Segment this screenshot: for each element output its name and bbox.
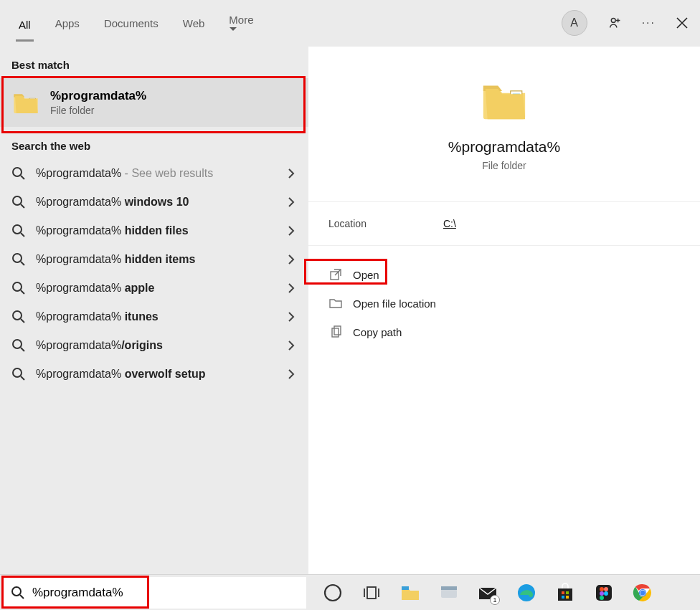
edge-icon[interactable]	[516, 582, 537, 604]
tab-web[interactable]: Web	[180, 13, 208, 34]
svg-rect-23	[441, 589, 457, 598]
search-icon	[11, 281, 26, 295]
svg-point-41	[640, 590, 645, 595]
search-icon	[11, 310, 26, 324]
best-match-result[interactable]: %programdata% File folder	[0, 78, 308, 127]
svg-rect-29	[566, 591, 569, 594]
folder-open-icon	[328, 296, 343, 310]
chevron-right-icon	[285, 311, 297, 323]
main-container: Best match %programdata% File folder Sea…	[0, 46, 700, 574]
copy-path-label: Copy path	[353, 326, 402, 338]
user-avatar[interactable]: A	[562, 10, 587, 36]
search-icon	[11, 166, 26, 181]
search-box[interactable]: %programdata%	[2, 577, 306, 609]
search-icon	[11, 195, 26, 209]
suggestion-text: %programdata% - See web results	[36, 167, 275, 180]
taskbar-icons: 1	[306, 582, 700, 604]
svg-point-6	[13, 282, 22, 291]
file-explorer-icon[interactable]	[399, 582, 421, 604]
chrome-icon[interactable]	[632, 582, 653, 604]
more-options-icon[interactable]: ···	[642, 16, 656, 29]
figma-icon[interactable]	[593, 582, 615, 604]
location-value[interactable]: C:\	[443, 218, 456, 229]
chevron-right-icon	[285, 368, 297, 380]
results-panel: Best match %programdata% File folder Sea…	[0, 46, 308, 574]
svg-point-35	[600, 591, 604, 596]
suggestion-text: %programdata% hidden files	[36, 224, 275, 237]
mail-badge: 1	[490, 595, 500, 605]
close-button[interactable]	[676, 16, 689, 29]
svg-rect-30	[562, 596, 564, 599]
suggestion-text: %programdata% overwolf setup	[36, 368, 275, 381]
search-icon	[11, 338, 26, 353]
open-file-location-label: Open file location	[353, 297, 436, 310]
store-icon[interactable]	[554, 582, 576, 604]
folder-icon	[11, 88, 40, 117]
copy-path-action[interactable]: Copy path	[308, 318, 700, 346]
search-icon	[11, 367, 26, 381]
top-tabs-bar: All Apps Documents Web More A ···	[0, 0, 700, 46]
svg-point-18	[325, 585, 341, 601]
tab-more[interactable]: More	[226, 9, 259, 37]
svg-point-3	[13, 196, 22, 205]
copy-icon	[328, 325, 343, 339]
svg-point-0	[611, 18, 615, 22]
svg-point-5	[13, 254, 22, 262]
chevron-right-icon	[285, 168, 297, 179]
svg-point-34	[604, 587, 608, 591]
svg-rect-16	[334, 326, 341, 335]
feedback-icon[interactable]	[607, 16, 622, 30]
suggestion-item[interactable]: %programdata% hidden files	[0, 216, 308, 245]
suggestion-text: %programdata% apple	[36, 282, 275, 295]
tab-all[interactable]: All	[16, 14, 34, 42]
app-icon[interactable]	[438, 582, 460, 604]
svg-rect-32	[596, 585, 612, 601]
chevron-right-icon	[285, 340, 297, 351]
suggestion-item[interactable]: %programdata% apple	[0, 274, 308, 302]
tab-apps[interactable]: Apps	[52, 13, 82, 34]
best-match-text: %programdata% File folder	[50, 89, 146, 116]
best-match-header: Best match	[0, 46, 308, 78]
open-label: Open	[353, 269, 379, 281]
svg-rect-15	[332, 328, 339, 337]
open-action[interactable]: Open	[308, 260, 700, 289]
search-icon	[11, 224, 26, 238]
svg-rect-31	[566, 596, 569, 599]
preview-title: %programdata%	[323, 138, 686, 156]
suggestion-item[interactable]: %programdata%/origins	[0, 331, 308, 360]
svg-point-36	[604, 591, 608, 596]
cortana-icon[interactable]	[322, 582, 344, 604]
svg-point-7	[13, 311, 22, 320]
suggestion-item[interactable]: %programdata% - See web results	[0, 159, 308, 188]
chevron-right-icon	[285, 254, 297, 265]
top-right-controls: A ···	[562, 10, 689, 36]
task-view-icon[interactable]	[361, 582, 382, 604]
suggestion-text: %programdata% itunes	[36, 310, 275, 323]
suggestion-text: %programdata% hidden items	[36, 253, 275, 266]
chevron-right-icon	[285, 225, 297, 237]
svg-point-2	[13, 168, 22, 176]
location-row: Location C:\	[308, 201, 700, 246]
tab-documents[interactable]: Documents	[101, 13, 161, 34]
svg-point-17	[12, 587, 21, 596]
preview-subtitle: File folder	[323, 160, 686, 171]
suggestion-item[interactable]: %programdata% itunes	[0, 302, 308, 331]
suggestion-item[interactable]: %programdata% overwolf setup	[0, 360, 308, 389]
suggestion-list: %programdata% - See web results%programd…	[0, 159, 308, 389]
taskbar: %programdata% 1	[0, 574, 700, 610]
svg-rect-22	[402, 586, 409, 590]
svg-rect-28	[562, 591, 564, 594]
chevron-right-icon	[285, 196, 297, 208]
search-input[interactable]: %programdata%	[32, 586, 123, 600]
chevron-down-icon	[229, 26, 256, 33]
tab-more-label: More	[229, 14, 253, 26]
suggestion-item[interactable]: %programdata% windows 10	[0, 188, 308, 216]
suggestion-item[interactable]: %programdata% hidden items	[0, 245, 308, 274]
mail-icon[interactable]: 1	[477, 582, 498, 604]
open-icon	[328, 267, 343, 282]
svg-point-8	[13, 340, 22, 348]
open-file-location-action[interactable]: Open file location	[308, 289, 700, 318]
chevron-right-icon	[285, 282, 297, 294]
search-icon	[11, 252, 26, 267]
suggestion-text: %programdata%/origins	[36, 339, 275, 352]
